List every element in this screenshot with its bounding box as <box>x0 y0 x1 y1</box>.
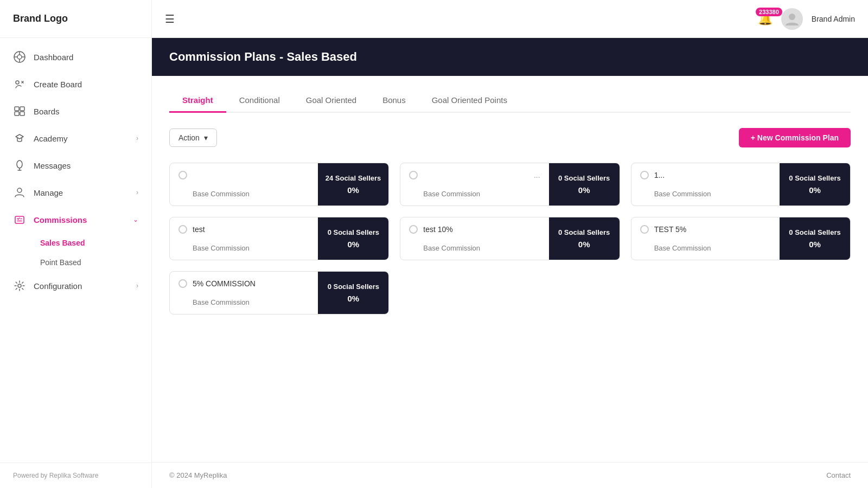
plan-card-7-left: 5% COMMISSION Base Commission <box>170 272 318 314</box>
svg-point-11 <box>17 160 22 168</box>
notification-badge: 233380 <box>756 8 782 16</box>
plan-card-5: test 10% Base Commission 0 Social Seller… <box>400 217 620 260</box>
sidebar-item-boards-label: Boards <box>34 107 138 116</box>
notification-bell[interactable]: 🔔 233380 <box>758 12 773 26</box>
commissions-submenu: Sales Based Point Based <box>0 233 151 272</box>
plan-card-7: 5% COMMISSION Base Commission 0 Social S… <box>169 271 389 314</box>
plan-card-3-left: 1... Base Commission <box>631 163 780 206</box>
brand-logo: Brand Logo <box>0 0 151 38</box>
sidebar-item-manage[interactable]: Manage › <box>0 179 151 206</box>
plan-card-2-left: ... Base Commission <box>400 163 548 206</box>
plan-card-5-radio[interactable] <box>409 225 418 234</box>
new-plan-button-label: + New Commission Plan <box>751 133 839 142</box>
svg-rect-9 <box>15 112 19 115</box>
plan-card-7-pct: 0% <box>347 294 359 303</box>
plan-card-5-pct: 0% <box>578 240 590 249</box>
plan-card-1-sublabel: Base Commission <box>178 190 309 198</box>
sidebar-item-manage-label: Manage <box>34 188 129 197</box>
action-button[interactable]: Action ▾ <box>169 129 217 147</box>
academy-chevron-icon: › <box>136 134 138 142</box>
configuration-chevron-icon: › <box>136 282 138 290</box>
sidebar-item-dashboard[interactable]: Dashboard <box>0 43 151 70</box>
sidebar-item-commissions[interactable]: Commissions ⌄ <box>0 206 151 233</box>
plan-card-2-right: 0 Social Sellers 0% <box>549 163 620 206</box>
svg-point-14 <box>18 284 21 287</box>
action-button-label: Action <box>178 133 200 142</box>
svg-point-1 <box>17 55 22 59</box>
sidebar-item-configuration[interactable]: Configuration › <box>0 272 151 299</box>
user-name: Brand Admin <box>812 15 855 23</box>
topbar-left: ☰ <box>165 12 175 25</box>
main-content: ☰ 🔔 233380 Brand Admin Commission Plans … <box>152 0 868 488</box>
plan-card-7-radio[interactable] <box>178 279 187 288</box>
tab-conditional[interactable]: Conditional <box>226 89 293 113</box>
tab-goal-oriented[interactable]: Goal Oriented <box>293 89 369 113</box>
menu-toggle-icon[interactable]: ☰ <box>165 12 175 25</box>
sidebar: Brand Logo Dashboard <box>0 0 152 488</box>
plan-card-4-radio[interactable] <box>178 225 187 234</box>
tabs-bar: Straight Conditional Goal Oriented Bonus… <box>169 89 851 113</box>
sidebar-item-sales-based[interactable]: Sales Based <box>34 233 151 253</box>
svg-rect-8 <box>20 107 24 111</box>
page-title: Commission Plans - Sales Based <box>169 50 851 64</box>
commissions-chevron-icon: ⌄ <box>133 216 138 223</box>
boards-icon <box>13 105 26 118</box>
sidebar-item-dashboard-label: Dashboard <box>34 53 138 62</box>
plan-card-3: 1... Base Commission 0 Social Sellers 0% <box>631 163 851 206</box>
svg-point-15 <box>789 14 795 20</box>
plan-card-2-radio[interactable] <box>409 171 418 179</box>
plan-card-7-right: 0 Social Sellers 0% <box>318 272 388 314</box>
plan-card-4-sellers: 0 Social Sellers <box>328 228 379 236</box>
sidebar-item-configuration-label: Configuration <box>34 281 129 291</box>
plan-card-5-sublabel: Base Commission <box>409 244 540 252</box>
manage-chevron-icon: › <box>136 189 138 196</box>
configuration-icon <box>13 279 26 292</box>
page-footer: © 2024 MyReplika Contact <box>152 462 868 488</box>
plan-card-5-sellers: 0 Social Sellers <box>558 228 610 236</box>
sidebar-footer: Powered by Replika Software <box>0 463 151 488</box>
footer-contact[interactable]: Contact <box>826 471 851 479</box>
svg-rect-7 <box>15 107 19 111</box>
plan-card-6-left: TEST 5% Base Commission <box>631 217 780 260</box>
plan-card-1: Base Commission 24 Social Sellers 0% <box>169 163 389 206</box>
user-avatar[interactable] <box>781 8 803 30</box>
plan-card-5-right: 0 Social Sellers 0% <box>549 217 620 260</box>
plan-card-4-sublabel: Base Commission <box>178 244 309 252</box>
plan-card-6-sublabel: Base Commission <box>640 244 771 252</box>
tab-straight[interactable]: Straight <box>169 89 226 113</box>
topbar-right: 🔔 233380 Brand Admin <box>758 8 855 30</box>
plan-card-1-radio[interactable] <box>178 171 187 179</box>
plan-card-1-pct: 0% <box>347 185 359 195</box>
plan-card-4-right: 0 Social Sellers 0% <box>318 217 388 260</box>
plan-card-7-name: 5% COMMISSION <box>193 279 256 288</box>
content-area: Straight Conditional Goal Oriented Bonus… <box>152 76 868 462</box>
new-commission-plan-button[interactable]: + New Commission Plan <box>739 128 851 147</box>
sidebar-item-academy[interactable]: Academy › <box>0 125 151 152</box>
plan-card-1-right: 24 Social Sellers 0% <box>318 163 389 206</box>
plan-card-3-radio[interactable] <box>640 171 649 179</box>
sidebar-item-point-based[interactable]: Point Based <box>34 253 151 272</box>
plan-card-6: TEST 5% Base Commission 0 Social Sellers… <box>631 217 851 260</box>
page-header: Commission Plans - Sales Based <box>152 38 868 76</box>
plan-card-5-left: test 10% Base Commission <box>400 217 548 260</box>
plan-card-2-more[interactable]: ... <box>534 171 540 179</box>
sidebar-item-messages[interactable]: Messages <box>0 152 151 179</box>
sidebar-item-boards[interactable]: Boards <box>0 98 151 125</box>
tab-goal-oriented-points[interactable]: Goal Oriented Points <box>419 89 520 113</box>
plan-card-4: test Base Commission 0 Social Sellers 0% <box>169 217 389 260</box>
sidebar-item-academy-label: Academy <box>34 134 129 143</box>
plan-card-6-radio[interactable] <box>640 225 649 234</box>
plan-card-6-sellers: 0 Social Sellers <box>789 228 840 236</box>
plan-card-6-right: 0 Social Sellers 0% <box>780 217 850 260</box>
commissions-icon <box>13 213 26 226</box>
create-board-icon <box>13 78 26 91</box>
plan-card-2-sublabel: Base Commission <box>409 190 540 198</box>
plan-card-2-sellers: 0 Social Sellers <box>558 174 610 182</box>
svg-rect-13 <box>15 216 24 223</box>
sidebar-item-create-board[interactable]: Create Board <box>0 70 151 98</box>
sidebar-item-create-board-label: Create Board <box>34 80 138 89</box>
plan-card-3-name: 1... <box>654 171 665 179</box>
plan-card-3-pct: 0% <box>809 185 821 195</box>
svg-point-12 <box>17 188 22 192</box>
tab-bonus[interactable]: Bonus <box>369 89 419 113</box>
